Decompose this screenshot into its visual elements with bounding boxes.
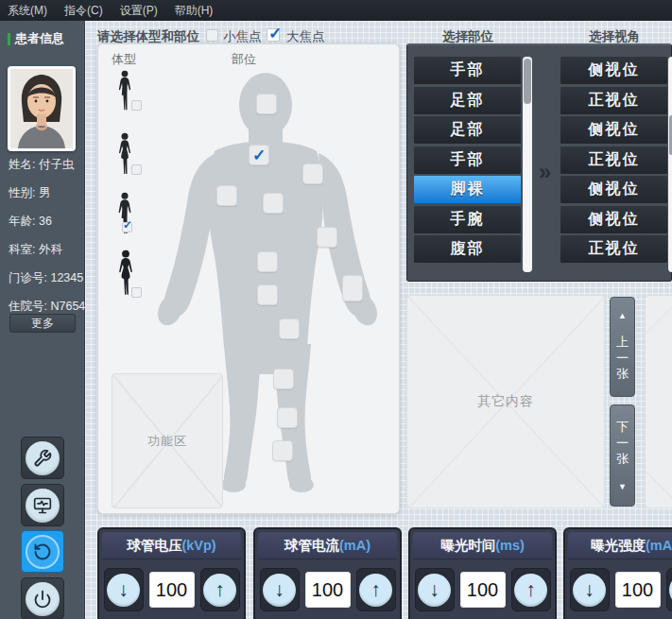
body-type-checkbox[interactable] (131, 164, 142, 175)
patient-gender: 性别: 男 (9, 185, 84, 201)
check-icon: ✓ (123, 220, 132, 230)
ma-decrease-button[interactable]: ↓ (260, 568, 300, 611)
view-item[interactable]: 正视位 (560, 87, 667, 114)
ma-panel: 球管电流(mA) ↓ ↑ (253, 527, 402, 619)
patient-info-title: 患者信息 (15, 30, 64, 47)
ms-value-input[interactable] (460, 572, 506, 608)
body-part-marker-chest-checked[interactable]: ✓ (249, 145, 269, 165)
ms-decrease-button[interactable]: ↓ (415, 568, 455, 611)
body-part-marker-pelvis[interactable] (257, 284, 278, 305)
patient-name: 姓名: 付子虫 (9, 157, 84, 173)
ma-increase-button[interactable]: ↑ (356, 568, 396, 611)
prev-page-label: 上一张 (616, 335, 629, 383)
menu-system[interactable]: 系统(M) (8, 3, 47, 19)
xray-console-window: 系统(M) 指令(C) 设置(P) 帮助(H) 患者信息 (0, 0, 672, 619)
ms-header: 曝光时间(ms) (413, 532, 552, 559)
view-item[interactable]: 正视位 (560, 146, 667, 174)
side-panel-partial (645, 295, 672, 508)
arrow-up-icon: ↑ (359, 574, 392, 607)
body-part-marker-upper-arm[interactable] (216, 185, 237, 206)
body-part-marker-head[interactable] (256, 94, 277, 114)
more-button[interactable]: 更多 (9, 314, 76, 333)
menu-settings[interactable]: 设置(P) (120, 3, 158, 19)
patient-sidebar: 患者信息 姓名: 付子虫 性别: 男 年龄: 36 科室: 外科 门诊号: (0, 21, 85, 619)
view-item[interactable]: 正视位 (560, 235, 667, 263)
body-part-marker-shin[interactable] (277, 407, 298, 428)
next-page-label: 下一张 (616, 420, 629, 468)
body-part-marker-sternum[interactable] (263, 193, 284, 214)
body-part-marker-thigh[interactable] (279, 318, 300, 339)
mas-header: 曝光强度(mAs) (568, 532, 672, 559)
part-item[interactable]: 足部 (414, 116, 521, 144)
kvp-value-input[interactable] (149, 572, 195, 608)
mas-increase-button[interactable]: ↑ (666, 568, 672, 611)
function-area: 功能区 (112, 373, 223, 508)
wrench-icon (26, 441, 60, 475)
patient-age: 年龄: 36 (9, 214, 84, 230)
patient-avatar (10, 69, 73, 148)
part-item[interactable]: 手腕 (414, 206, 521, 233)
kvp-increase-button[interactable]: ↑ (200, 568, 240, 611)
part-list: 手部 足部 足部 手部 脚裸 手腕 腹部 (414, 57, 521, 266)
other-content-panel: 其它内容 (406, 295, 605, 508)
patient-inpatient-no: 住院号: N7654 (9, 299, 84, 315)
monitor-button[interactable] (21, 484, 64, 526)
refresh-icon (26, 535, 60, 569)
body-part-marker-shoulder[interactable] (302, 163, 323, 184)
body-type-checkbox[interactable] (131, 100, 142, 111)
part-item-selected[interactable]: 脚裸 (414, 176, 521, 203)
scrollbar-thumb[interactable] (524, 59, 531, 104)
part-item[interactable]: 足部 (414, 87, 521, 114)
ma-header: 球管电流(mA) (258, 532, 397, 559)
triangle-up-icon: ▲ (618, 311, 627, 320)
arrow-down-icon: ↓ (107, 574, 140, 607)
arrow-up-icon: ↑ (203, 574, 236, 607)
next-page-button[interactable]: 下一张 ▼ (610, 404, 635, 507)
mas-unit: (mAs) (646, 538, 672, 553)
ms-panel: 曝光时间(ms) ↓ ↑ (408, 527, 557, 619)
part-item[interactable]: 腹部 (414, 235, 521, 263)
patient-outpatient-no: 门诊号: 12345 (9, 270, 84, 286)
view-list-scrollbar[interactable] (668, 57, 672, 272)
ms-increase-button[interactable]: ↑ (511, 568, 551, 611)
body-type-checkbox[interactable] (131, 287, 142, 298)
tools-button[interactable] (21, 437, 64, 479)
reset-button[interactable] (21, 530, 64, 573)
ma-unit: (mA) (339, 538, 370, 553)
arrow-down-icon: ↓ (573, 574, 606, 607)
mas-value-input[interactable] (615, 572, 661, 608)
mas-panel: 曝光强度(mAs) ↓ ↑ (563, 527, 672, 619)
body-part-marker-abdomen[interactable] (257, 251, 278, 272)
body-part-marker-elbow[interactable] (317, 227, 337, 248)
ms-label: 曝光时间 (440, 537, 495, 555)
view-item[interactable]: 侧视位 (560, 116, 667, 144)
green-accent-bar (8, 33, 10, 45)
view-item[interactable]: 侧视位 (560, 57, 667, 84)
patient-fields: 姓名: 付子虫 性别: 男 年龄: 36 科室: 外科 门诊号: 12345 住… (9, 157, 84, 327)
ms-unit: (ms) (495, 538, 525, 553)
small-focus-checkbox[interactable] (206, 29, 218, 42)
kvp-unit: (kVp) (181, 538, 215, 553)
body-part-marker-ankle[interactable] (272, 440, 293, 461)
check-icon: ✓ (252, 146, 266, 165)
arrow-down-icon: ↓ (263, 574, 296, 607)
mas-decrease-button[interactable]: ↓ (570, 568, 610, 611)
mas-label: 曝光强度 (591, 537, 646, 555)
menu-command[interactable]: 指令(C) (64, 3, 103, 19)
ma-value-input[interactable] (305, 572, 351, 608)
power-button[interactable] (21, 577, 64, 619)
part-item[interactable]: 手部 (414, 57, 521, 84)
kvp-header: 球管电压(kVp) (102, 532, 241, 559)
view-item[interactable]: 侧视位 (560, 176, 667, 203)
part-item[interactable]: 手部 (414, 146, 521, 174)
ma-label: 球管电流 (284, 537, 339, 555)
part-list-scrollbar[interactable] (523, 57, 532, 272)
body-part-marker-knee[interactable] (273, 369, 294, 389)
view-item[interactable]: 侧视位 (560, 206, 667, 233)
menu-help[interactable]: 帮助(H) (175, 3, 214, 19)
body-type-male-selected[interactable] (112, 192, 140, 241)
prev-page-button[interactable]: ▲ 上一张 (610, 297, 635, 397)
kvp-decrease-button[interactable]: ↓ (104, 568, 144, 611)
body-part-marker-hand[interactable] (342, 275, 363, 301)
check-icon: ✓ (268, 24, 282, 43)
